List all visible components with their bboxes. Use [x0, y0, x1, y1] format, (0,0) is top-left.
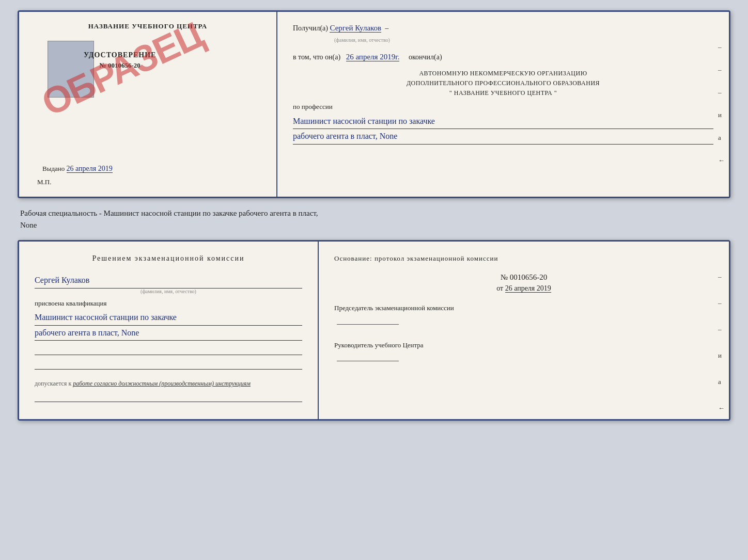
poluchil-row: Получил(а) Сергей Кулаков – (фамилия, им…	[293, 22, 713, 45]
poluchil-name: Сергей Кулаков	[330, 24, 381, 33]
sig-underline-1	[35, 345, 302, 355]
right-dashes: – – – и а ←	[718, 43, 725, 165]
cert-vydano-date: 26 апреля 2019	[67, 165, 113, 173]
cert-left-panel: НАЗВАНИЕ УЧЕБНОГО ЦЕНТРА ОБРАЗЕЦ УДОСТОВ…	[19, 12, 277, 197]
cert-mp: М.П.	[37, 178, 51, 186]
middle-text-line2: None	[20, 221, 37, 229]
bottom-right-dashes: – – – и а ← – – – –	[718, 273, 725, 421]
fio-hint: (фамилия, имя, отчество)	[334, 37, 390, 43]
cert-vydano-block: Выдано 26 апреля 2019	[42, 165, 113, 173]
cert-main-content: УДОСТОВЕРЕНИЕ № 0010656-20	[32, 36, 263, 98]
middle-text-block: Рабочая специальность - Машинист насосно…	[18, 203, 730, 235]
middle-text-line1: Рабочая специальность - Машинист насосно…	[20, 209, 318, 217]
cert-number: № 0010656-20	[84, 61, 156, 70]
date-value: 26 апреля 2019	[505, 284, 551, 293]
osnovanie-title: Основание: протокол экзаменационной коми…	[334, 254, 713, 263]
bottom-title: Решением экзаменационной комиссии	[35, 254, 302, 263]
cert-vydano-label: Выдано	[42, 165, 65, 172]
dopuskaetsya-block: допускается к работе согласно должностны…	[35, 380, 302, 388]
cert-udostoverenie-label: УДОСТОВЕРЕНИЕ	[84, 51, 156, 59]
vtom-date: 26 апреля 2019г.	[346, 53, 400, 61]
top-document: НАЗВАНИЕ УЧЕБНОГО ЦЕНТРА ОБРАЗЕЦ УДОСТОВ…	[18, 10, 730, 198]
profession-line2: рабочего агента в пласт, None	[293, 129, 713, 145]
predsedatel-label: Председатель экзаменационной комиссии	[334, 304, 454, 312]
poluchil-label: Получил(а)	[293, 24, 328, 32]
vtom-label: в том, что он(а)	[293, 53, 340, 61]
protocol-date-row: от 26 апреля 2019	[334, 284, 713, 293]
vtom-row: в том, что он(а) 26 апреля 2019г. окончи…	[293, 51, 713, 63]
predsedatel-sig-line	[337, 315, 399, 325]
okonchil-label: окончил(а)	[409, 53, 442, 61]
bottom-document: Решением экзаменационной комиссии Сергей…	[18, 240, 730, 421]
date-label: от	[496, 284, 503, 292]
bottom-profession-line1: Машинист насосной станции по закачке	[35, 310, 302, 326]
prisvoena-label: присвоена квалификация	[35, 299, 302, 308]
cert-udostoverenie-block: УДОСТОВЕРЕНИЕ № 0010656-20	[84, 51, 156, 70]
cert-school-title: НАЗВАНИЕ УЧЕБНОГО ЦЕНТРА	[88, 22, 208, 30]
protocol-number: № 0010656-20	[334, 273, 713, 282]
rukovoditel-sig-line	[337, 352, 399, 361]
profession-line1: Машинист насосной станции по закачке	[293, 114, 713, 130]
dopuskaetsya-text: работе согласно должностным (производств…	[73, 380, 251, 387]
predsedatel-block: Председатель экзаменационной комиссии	[334, 303, 713, 325]
sig-underline-3	[35, 392, 302, 402]
cert-right-panel: Получил(а) Сергей Кулаков – (фамилия, им…	[277, 12, 729, 197]
center-line2: ДОПОЛНИТЕЛЬНОГО ПРОФЕССИОНАЛЬНОГО ОБРАЗО…	[407, 79, 600, 87]
bottom-right-panel: Основание: протокол экзаменационной коми…	[319, 242, 729, 419]
rukovoditel-label: Руководитель учебного Центра	[334, 341, 424, 349]
bottom-profession-line2: рабочего агента в пласт, None	[35, 326, 302, 341]
center-line1: АВТОНОМНУЮ НЕКОММЕРЧЕСКУЮ ОРГАНИЗАЦИЮ	[419, 70, 587, 77]
center-line3: " НАЗВАНИЕ УЧЕБНОГО ЦЕНТРА "	[449, 89, 557, 97]
bottom-left-panel: Решением экзаменационной комиссии Сергей…	[19, 242, 319, 419]
center-org-block: АВТОНОМНУЮ НЕКОММЕРЧЕСКУЮ ОРГАНИЗАЦИЮ ДО…	[293, 69, 713, 99]
po-professii-label: по профессии	[293, 103, 333, 110]
dopuskaetsya-label: допускается к	[35, 380, 71, 387]
bottom-name: Сергей Кулаков	[35, 273, 302, 289]
bottom-fio-hint: (фамилия, имя, отчество)	[35, 289, 302, 294]
sig-underline-2	[35, 359, 302, 370]
po-professii-row: по профессии	[293, 103, 713, 111]
rukovoditel-block: Руководитель учебного Центра	[334, 340, 713, 362]
